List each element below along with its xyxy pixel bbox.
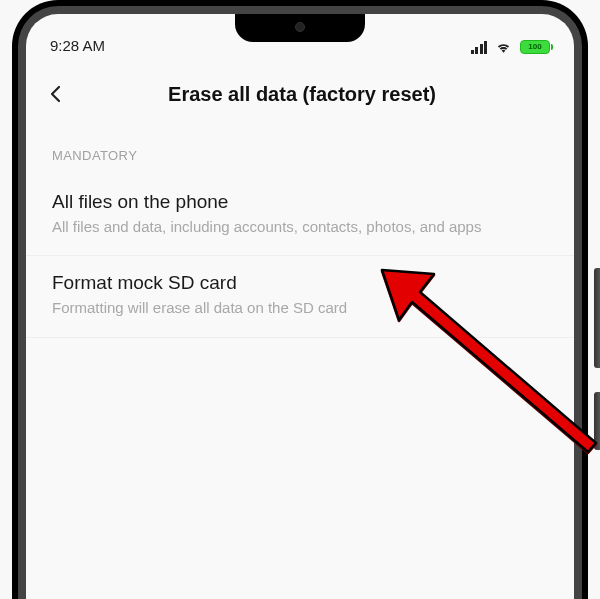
screen: 9:28 AM 100 [26,14,574,599]
volume-rocker [594,268,600,368]
notch [235,14,365,42]
setting-item-title: Format mock SD card [52,272,548,294]
front-camera [295,22,305,32]
section-label-mandatory: MANDATORY [26,130,574,175]
setting-item-desc: Formatting will erase all data on the SD… [52,298,548,318]
setting-item-all-files[interactable]: All files on the phone All files and dat… [26,175,574,256]
setting-item-format-sd[interactable]: Format mock SD card Formatting will eras… [26,256,574,337]
cellular-signal-icon [471,40,488,54]
wifi-icon [495,41,512,54]
phone-frame: 9:28 AM 100 [12,0,588,599]
phone-inner-bezel: 9:28 AM 100 [18,6,582,599]
power-button [594,392,600,450]
battery-icon: 100 [520,40,550,54]
setting-item-desc: All files and data, including accounts, … [52,217,548,237]
status-time: 9:28 AM [50,37,105,54]
setting-item-title: All files on the phone [52,191,548,213]
page-header: Erase all data (factory reset) [26,58,574,130]
page-title: Erase all data (factory reset) [86,83,518,106]
status-indicators: 100 [471,40,551,54]
back-button[interactable] [40,78,72,110]
battery-percent: 100 [528,43,541,51]
chevron-left-icon [47,85,65,103]
